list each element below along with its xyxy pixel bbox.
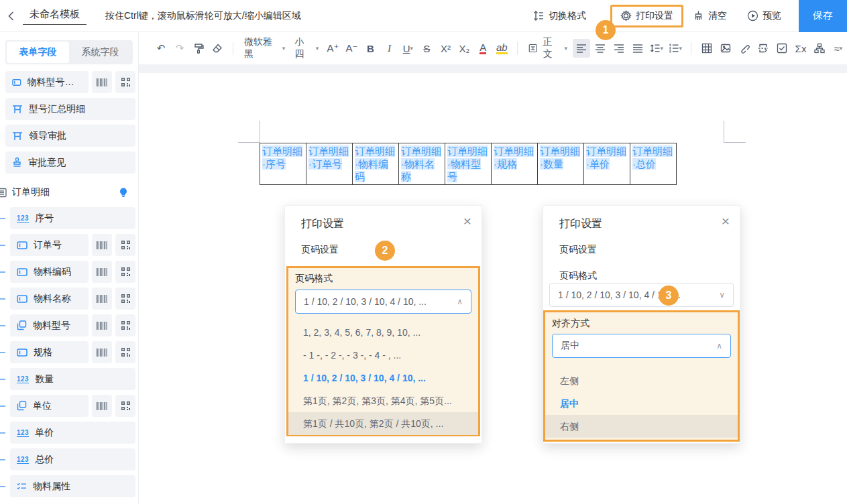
underline-button[interactable]: U▾ [399, 39, 416, 58]
template-title[interactable]: 未命名模板 [23, 7, 87, 25]
field-order-number[interactable]: 订单号 [10, 234, 89, 256]
field-material-code[interactable]: 物料编码 [10, 261, 89, 283]
subscript-button[interactable]: X₂ [455, 39, 473, 58]
chevron-up-icon: ∧ [457, 297, 463, 306]
insert-formula-button[interactable]: Σx [792, 39, 809, 58]
field-leader-approval[interactable]: 领导审批 [5, 125, 135, 147]
field-material-model-summary[interactable]: 物料型号汇总... [5, 71, 89, 93]
option-plain-numbers[interactable]: 1, 2, 3, 4, 5, 6, 7, 8, 9, 10, ... [288, 321, 478, 344]
field-material-model[interactable]: 物料型号 [10, 314, 89, 336]
clear-button[interactable]: 清空 [690, 6, 730, 26]
font-color-button[interactable]: A [474, 39, 492, 58]
insert-link-button[interactable] [736, 39, 753, 58]
option-n-of-total[interactable]: 1 / 10, 2 / 10, 3 / 10, 4 / 10, ... [288, 367, 478, 389]
org-chart-button[interactable] [811, 39, 828, 58]
close-icon[interactable]: × [722, 214, 730, 228]
page-break-button[interactable] [754, 39, 772, 58]
format-painter-button[interactable] [190, 39, 207, 58]
option-di-n-ye-gong[interactable]: 第1页 / 共10页, 第2页 / 共10页, ... [288, 412, 478, 435]
clear-format-button[interactable] [209, 39, 226, 58]
superscript-button[interactable]: X² [437, 39, 454, 58]
option-di-n-ye[interactable]: 第1页, 第2页, 第3页, 第4页, 第5页... [288, 389, 478, 412]
qrcode-button[interactable] [115, 234, 135, 256]
barcode-button[interactable] [92, 314, 112, 336]
field-approval-opinion[interactable]: 审批意见 [5, 151, 135, 174]
option-dashed-numbers[interactable]: - 1 -, - 2 -, - 3 -, - 4 - , ... [288, 344, 478, 367]
barcode-icon [96, 294, 108, 304]
barcode-button[interactable] [92, 288, 112, 310]
strikethrough-button[interactable]: S [418, 39, 435, 58]
barcode-icon [96, 267, 108, 277]
wavy-line-button[interactable]: ≈▾ [830, 39, 847, 58]
document-canvas[interactable]: 订单明细·序号 订单明细·订单号 订单明细·物料编码 订单明细·物料名称 订单明… [139, 64, 847, 504]
undo-button[interactable]: ↶ [152, 39, 170, 58]
table-header-cell[interactable]: 订单明细·数量 [537, 143, 584, 185]
barcode-button[interactable] [92, 395, 112, 417]
bold-button[interactable]: B [361, 39, 379, 58]
increase-font-button[interactable]: A⁺ [324, 39, 341, 58]
align-right-button[interactable] [610, 39, 628, 58]
back-button[interactable] [0, 11, 23, 21]
switch-format-button[interactable]: 切换格式 [530, 6, 589, 26]
table-header-cell[interactable]: 订单明细·总价 [630, 143, 677, 185]
align-center-button[interactable] [591, 39, 609, 58]
field-material-attribute[interactable]: 物料属性 [10, 475, 135, 497]
option-align-left[interactable]: 左侧 [545, 369, 738, 392]
qrcode-button[interactable] [115, 395, 135, 417]
alignment-select[interactable]: 居中 ∧ [552, 334, 731, 358]
field-specification[interactable]: 规格 [10, 341, 89, 363]
chevron-down-icon: ∨ [719, 290, 725, 300]
field-quantity[interactable]: 123 数量 [10, 368, 135, 390]
save-button[interactable]: 保存 [799, 0, 847, 32]
tab-form-fields[interactable]: 表单字段 [7, 42, 69, 63]
group-order-detail[interactable]: 订单明细 [0, 183, 135, 202]
table-header-cell[interactable]: 订单明细·序号 [260, 143, 306, 185]
field-model-summary-detail[interactable]: 型号汇总明细 [5, 98, 135, 120]
insert-checkbox-button[interactable] [773, 39, 791, 58]
barcode-button[interactable] [92, 234, 112, 256]
table-header-cell[interactable]: 订单明细·订单号 [306, 143, 353, 185]
qrcode-button[interactable] [115, 261, 135, 283]
redo-button[interactable]: ↷ [171, 39, 188, 58]
field-unit-price[interactable]: 123 单价 [10, 422, 135, 444]
insert-table-button[interactable] [698, 39, 716, 58]
font-family-select[interactable]: 微软雅黑▾ [240, 39, 289, 58]
qrcode-button[interactable] [115, 71, 135, 93]
option-align-right[interactable]: 右侧 [545, 415, 738, 438]
paragraph-style-select[interactable]: 正文▾ [524, 39, 571, 58]
qrcode-button[interactable] [115, 341, 135, 363]
align-left-button[interactable] [573, 39, 590, 58]
lightbulb-icon[interactable] [119, 188, 127, 198]
table-header-cell[interactable]: 订单明细·物料名称 [398, 143, 445, 185]
topbar-actions: 切换格式 打印设置 [530, 0, 847, 32]
preview-button[interactable]: 预览 [744, 6, 784, 26]
line-spacing-button[interactable]: ▾ [648, 39, 665, 58]
decrease-font-button[interactable]: A⁻ [343, 39, 360, 58]
table-header-cell[interactable]: 订单明细·物料型号 [445, 143, 492, 185]
barcode-button[interactable] [92, 261, 112, 283]
barcode-button[interactable] [92, 71, 112, 93]
field-row: 单位 [10, 395, 135, 417]
page-format-select[interactable]: 1 / 10, 2 / 10, 3 / 10, 4 / 10, ... ∧ [295, 290, 471, 314]
page-format-select[interactable]: 1 / 10, 2 / 10, 3 / 10, 4 / 10, ... ∨ [549, 283, 734, 307]
field-material-name[interactable]: 物料名称 [10, 288, 89, 310]
option-align-center[interactable]: 居中 [545, 392, 738, 415]
highlight-color-button[interactable]: ab [493, 39, 510, 58]
font-size-select[interactable]: 小四▾ [290, 39, 323, 58]
qrcode-button[interactable] [115, 288, 135, 310]
field-unit[interactable]: 单位 [10, 395, 89, 417]
list-style-button[interactable]: ▾ [667, 39, 684, 58]
close-icon[interactable]: × [463, 214, 471, 228]
field-total-price[interactable]: 123 总价 [10, 448, 135, 470]
table-header-cell[interactable]: 订单明细·单价 [583, 143, 630, 185]
insert-image-button[interactable] [717, 39, 734, 58]
table-header-cell[interactable]: 订单明细·物料编码 [352, 143, 399, 185]
align-justify-button[interactable] [629, 39, 646, 58]
italic-button[interactable]: I [380, 39, 398, 58]
print-settings-button[interactable]: 打印设置 [620, 10, 673, 22]
table-header-cell[interactable]: 订单明细·规格 [491, 143, 538, 185]
field-serial-number[interactable]: 123 序号 [10, 207, 135, 229]
qrcode-button[interactable] [115, 314, 135, 336]
tab-system-fields[interactable]: 系统字段 [69, 42, 131, 63]
barcode-button[interactable] [92, 341, 112, 363]
